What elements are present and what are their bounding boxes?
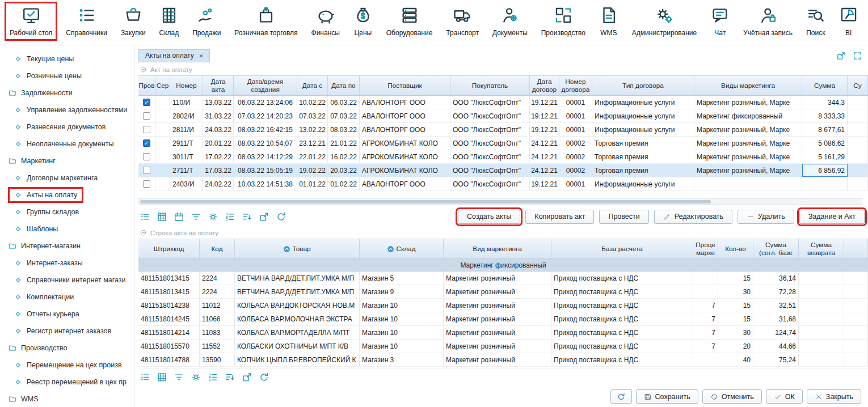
task-and-act-button[interactable]: Задание и Акт: [799, 210, 865, 224]
create-acts-button[interactable]: Создать акты: [458, 210, 520, 224]
sort-icon[interactable]: [242, 211, 252, 222]
lines-column-header[interactable]: Товар: [235, 239, 360, 258]
acts-column-header[interactable]: Номер: [170, 76, 203, 95]
acts-column-header[interactable]: Номер договора: [559, 76, 592, 95]
row-checkbox[interactable]: [143, 112, 150, 120]
numbered-list-icon[interactable]: [208, 372, 218, 383]
acts-column-header[interactable]: Сер: [155, 76, 170, 95]
acts-row[interactable]: ✓2911/Т20.01.2208.03.22 10:54:0723.12.21…: [138, 137, 868, 150]
acts-column-header[interactable]: Су: [848, 76, 868, 95]
acts-row[interactable]: 2811/И24.03.2208.03.22 16:42:1513.02.220…: [138, 123, 868, 137]
topbar-item-bi[interactable]: BI: [836, 4, 861, 39]
topbar-item-purchases[interactable]: Закупки: [118, 4, 149, 39]
sidebar-item[interactable]: Перемещение на цех произв: [0, 357, 134, 374]
topbar-item-search[interactable]: Поиск: [803, 4, 828, 39]
topbar-item-retail[interactable]: Розничная торговля: [231, 4, 300, 39]
sidebar-item[interactable]: Шаблоны: [0, 221, 134, 238]
copy-act-button[interactable]: Копировать акт: [525, 210, 594, 224]
lines-row[interactable]: 481151801557011552КОЛБАСКИ ОХОТНИЧЬИ М/П…: [138, 340, 868, 353]
sidebar-item[interactable]: Управление задолженностями: [0, 101, 134, 118]
sidebar-item[interactable]: Отчеты курьера: [0, 306, 134, 323]
refresh-icon[interactable]: [259, 372, 269, 383]
table-icon[interactable]: [157, 372, 167, 383]
sidebar-item[interactable]: Задолженности: [0, 84, 134, 101]
lines-column-header[interactable]: База расчета: [551, 239, 693, 258]
row-checkbox[interactable]: [143, 167, 150, 174]
close-button[interactable]: Закрыть: [807, 389, 861, 404]
open-external-icon[interactable]: [836, 51, 846, 61]
export-icon[interactable]: [242, 372, 252, 383]
sort-icon[interactable]: [225, 372, 235, 383]
row-checkbox[interactable]: [143, 153, 150, 160]
tab-acts-payment[interactable]: Акты на оплату ×: [138, 49, 210, 62]
row-checkbox[interactable]: [143, 126, 150, 133]
sidebar-item[interactable]: Акты на оплату: [0, 186, 134, 204]
numbered-list-icon[interactable]: [225, 211, 235, 222]
acts-column-header[interactable]: Дата/время создания: [234, 76, 297, 95]
sidebar-item[interactable]: Текущие цены: [0, 50, 134, 67]
acts-column-header[interactable]: Виды маркетинга: [694, 76, 802, 95]
topbar-item-account[interactable]: Учётная запись: [740, 4, 795, 39]
edit-button[interactable]: Редактировать: [654, 210, 732, 224]
export-icon[interactable]: [259, 211, 269, 222]
acts-column-header[interactable]: Пров: [138, 76, 155, 95]
list-view-icon[interactable]: [140, 372, 150, 383]
topbar-item-finance[interactable]: Финансы: [309, 4, 343, 39]
acts-column-header[interactable]: Дата по: [328, 76, 360, 95]
sidebar-item[interactable]: Маркетинг: [0, 152, 134, 169]
acts-column-header[interactable]: Сумма: [802, 76, 848, 95]
acts-column-header[interactable]: Тип договора: [592, 76, 694, 95]
sidebar-item[interactable]: Розничные цены: [0, 67, 134, 84]
collapse-icon[interactable]: [140, 66, 147, 73]
row-checkbox[interactable]: ✓: [143, 99, 150, 106]
sidebar-item[interactable]: Интернет-магазин: [0, 238, 134, 255]
sidebar-item[interactable]: WMS: [0, 391, 134, 407]
sidebar-item[interactable]: Комплектации: [0, 289, 134, 306]
topbar-item-transport[interactable]: Транспорт: [443, 4, 482, 39]
topbar-item-catalog[interactable]: Справочники: [63, 4, 110, 39]
acts-horizontal-scrollbar[interactable]: [138, 198, 862, 205]
filter-icon[interactable]: [174, 372, 184, 383]
lines-column-header[interactable]: Кол-во: [718, 239, 753, 258]
table-icon[interactable]: [157, 211, 167, 222]
topbar-item-documents[interactable]: Документы: [490, 4, 530, 39]
lines-column-header[interactable]: Сумма возврата: [799, 239, 844, 258]
scrollbar-thumb[interactable]: [140, 200, 711, 204]
refresh-icon[interactable]: [276, 211, 286, 222]
lines-column-header[interactable]: Сумма (согл. базе: [753, 239, 799, 258]
acts-row[interactable]: 3011/Т17.02.2208.03.22 14:12:2922.01.221…: [138, 150, 868, 164]
lines-row[interactable]: 481151801478813590КОПЧИК ЦЫПЛ.БР.ЕВРОПЕЙ…: [138, 353, 868, 367]
lines-row[interactable]: 481151801424511066КОЛБАСА ВАР.МОЛОЧНАЯ Э…: [138, 312, 868, 326]
lines-column-header[interactable]: Вид маркетинга: [444, 239, 551, 258]
topbar-item-wms[interactable]: WMS: [596, 4, 621, 39]
lines-column-header[interactable]: Код: [200, 239, 235, 258]
list-view-icon[interactable]: [140, 211, 150, 222]
acts-column-header[interactable]: Покупатель: [450, 76, 530, 95]
lines-row[interactable]: 48115180134152224ВЕТЧИНА ВАР.Д/ДЕТ.ПИТ.У…: [138, 285, 868, 299]
sidebar-item[interactable]: Неоплаченные документы: [0, 135, 134, 152]
lines-column-header[interactable]: Склад: [360, 239, 444, 258]
post-button[interactable]: Провести: [599, 210, 648, 224]
gear-icon[interactable]: [208, 211, 218, 222]
lines-column-header[interactable]: Проце марке: [693, 239, 718, 258]
refresh-button[interactable]: [610, 389, 632, 404]
topbar-item-equipment[interactable]: Оборудование: [384, 4, 436, 39]
cancel-button[interactable]: Отменить: [702, 389, 762, 404]
topbar-item-admin[interactable]: Администрирование: [629, 4, 700, 39]
sidebar-item[interactable]: Интернет-заказы: [0, 255, 134, 272]
acts-row[interactable]: 2403/И24.02.2210.03.22 14:51:3801.01.220…: [138, 177, 868, 191]
ok-button[interactable]: ОК: [766, 389, 803, 404]
topbar-item-prices[interactable]: Цены: [351, 4, 376, 39]
acts-row[interactable]: ✓110/И13.03.2206.03.22 13:24:0610.02.220…: [138, 96, 868, 109]
sidebar-item[interactable]: Справочники интернет магази: [0, 272, 134, 289]
topbar-item-sales[interactable]: Продажи: [189, 4, 224, 39]
collapse-icon[interactable]: [140, 229, 147, 236]
delete-button[interactable]: Удалить: [738, 210, 794, 224]
lines-column-header[interactable]: Штрихкод: [138, 239, 200, 258]
acts-row[interactable]: 2711/Т17.03.2208.03.22 15:05:1919.02.222…: [138, 164, 868, 177]
lines-row[interactable]: 481151801421411083КОЛБАСА ВАР.МОРТАДЕЛЛА…: [138, 326, 868, 340]
lines-row[interactable]: 48115180134152224ВЕТЧИНА ВАР.Д/ДЕТ.ПИТ.У…: [138, 272, 868, 285]
acts-column-header[interactable]: Дата с: [297, 76, 328, 95]
row-checkbox[interactable]: [143, 180, 150, 188]
lines-row[interactable]: 481151801423811012КОЛБАСА ВАР.ДОКТОРСКАЯ…: [138, 299, 868, 312]
